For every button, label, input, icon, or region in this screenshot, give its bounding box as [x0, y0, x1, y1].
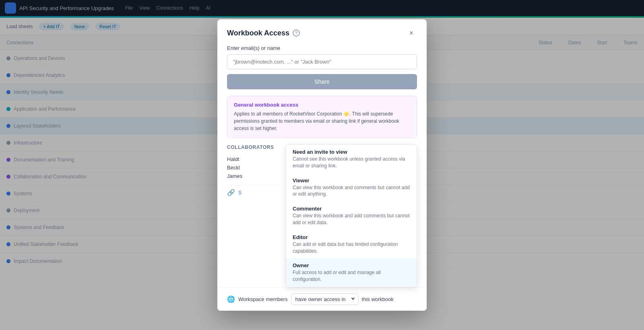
modal-header: Workbook Access ? ×: [217, 19, 427, 45]
access-option-need-invite[interactable]: Need an invite to view Cannot see this w…: [286, 145, 417, 173]
link-icon: 🔗: [227, 189, 235, 196]
access-option-owner[interactable]: Owner Full access to add or edit and man…: [286, 258, 417, 287]
access-dropdown-menu: Need an invite to view Cannot see this w…: [286, 144, 417, 287]
general-access-desc: Applies to all members of RocketVisor Co…: [234, 110, 410, 132]
modal-title-text: Workbook Access: [227, 29, 289, 37]
this-workbook-label: this workbook: [362, 296, 394, 302]
lower-section: Collaborators Haldt Beckl James 🔗 S: [227, 144, 417, 287]
share-button[interactable]: Share: [227, 74, 417, 89]
collab-name-0: Haldt: [227, 155, 279, 163]
email-input[interactable]: [227, 54, 417, 69]
help-icon[interactable]: ?: [293, 29, 300, 37]
email-label: Enter email(s) or name: [227, 45, 417, 51]
modal-title: Workbook Access ?: [227, 29, 300, 37]
modal-footer: 🌐 Workspace members have owner access in…: [217, 287, 427, 311]
collab-name-1: Beckl: [227, 163, 279, 172]
modal-overlay: Workbook Access ? × Enter email(s) or na…: [0, 0, 644, 330]
collab-name-2: James: [227, 172, 279, 180]
workbook-access-modal: Workbook Access ? × Enter email(s) or na…: [217, 19, 427, 311]
close-button[interactable]: ×: [406, 27, 417, 39]
collab-label: Collaborators: [227, 144, 279, 152]
access-select[interactable]: have owner access in have editor access …: [291, 293, 359, 305]
general-access-title: General workbook access: [234, 102, 410, 108]
collaborators-section: Collaborators Haldt Beckl James 🔗 S: [227, 144, 279, 287]
collab-names: Haldt Beckl James: [227, 153, 279, 184]
general-access-box: General workbook access Applies to all m…: [227, 96, 417, 138]
share-link-row[interactable]: 🔗 S: [227, 185, 279, 200]
access-option-commenter[interactable]: Commenter Can view this workbook and add…: [286, 202, 417, 230]
share-link-label: S: [238, 190, 242, 196]
access-option-viewer[interactable]: Viewer Can view this workbook and commen…: [286, 173, 417, 202]
access-option-editor[interactable]: Editor Can add or edit data but has limi…: [286, 230, 417, 259]
globe-icon: 🌐: [227, 295, 235, 303]
workspace-members-label: Workspace members: [238, 296, 288, 302]
access-options-list: Need an invite to view Cannot see this w…: [286, 144, 417, 287]
modal-body: Enter email(s) or name Share General wor…: [217, 45, 427, 287]
